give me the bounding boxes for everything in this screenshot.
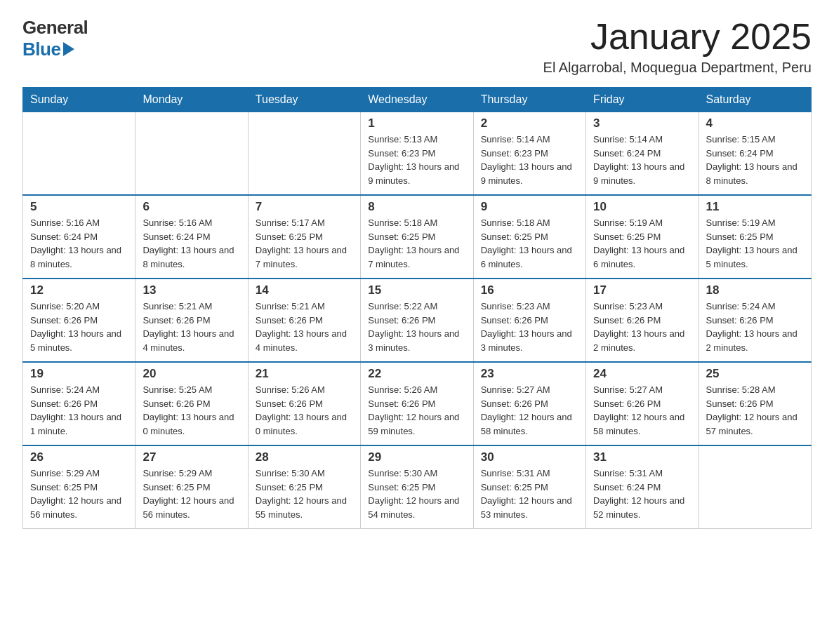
day-info: Sunrise: 5:31 AM Sunset: 6:24 PM Dayligh…: [593, 467, 691, 521]
table-row: 2Sunrise: 5:14 AM Sunset: 6:23 PM Daylig…: [473, 112, 585, 196]
day-number: 19: [30, 367, 128, 381]
calendar-week-row: 5Sunrise: 5:16 AM Sunset: 6:24 PM Daylig…: [23, 195, 812, 279]
day-info: Sunrise: 5:16 AM Sunset: 6:24 PM Dayligh…: [143, 216, 240, 271]
table-row: 3Sunrise: 5:14 AM Sunset: 6:24 PM Daylig…: [586, 112, 699, 196]
table-row: 14Sunrise: 5:21 AM Sunset: 6:26 PM Dayli…: [248, 279, 360, 362]
table-row: 22Sunrise: 5:26 AM Sunset: 6:26 PM Dayli…: [361, 362, 473, 445]
col-tuesday: Tuesday: [248, 88, 360, 112]
col-saturday: Saturday: [699, 88, 811, 112]
day-info: Sunrise: 5:28 AM Sunset: 6:26 PM Dayligh…: [706, 383, 804, 438]
day-info: Sunrise: 5:24 AM Sunset: 6:26 PM Dayligh…: [706, 300, 804, 354]
col-friday: Friday: [586, 88, 699, 112]
day-number: 23: [481, 367, 578, 381]
table-row: 19Sunrise: 5:24 AM Sunset: 6:26 PM Dayli…: [23, 362, 135, 445]
table-row: [135, 112, 248, 196]
table-row: 1Sunrise: 5:13 AM Sunset: 6:23 PM Daylig…: [361, 112, 473, 196]
day-info: Sunrise: 5:18 AM Sunset: 6:25 PM Dayligh…: [368, 216, 465, 271]
calendar-week-row: 19Sunrise: 5:24 AM Sunset: 6:26 PM Dayli…: [23, 362, 812, 445]
day-info: Sunrise: 5:27 AM Sunset: 6:26 PM Dayligh…: [593, 383, 691, 438]
day-info: Sunrise: 5:14 AM Sunset: 6:23 PM Dayligh…: [481, 133, 578, 187]
table-row: [23, 112, 135, 196]
table-row: 21Sunrise: 5:26 AM Sunset: 6:26 PM Dayli…: [248, 362, 360, 445]
table-row: 17Sunrise: 5:23 AM Sunset: 6:26 PM Dayli…: [586, 279, 699, 362]
table-row: 9Sunrise: 5:18 AM Sunset: 6:25 PM Daylig…: [473, 195, 585, 279]
day-info: Sunrise: 5:27 AM Sunset: 6:26 PM Dayligh…: [481, 383, 578, 438]
location-title: El Algarrobal, Moquegua Department, Peru: [543, 60, 812, 76]
logo: General Blue: [22, 17, 88, 60]
col-wednesday: Wednesday: [361, 88, 473, 112]
day-number: 14: [256, 283, 353, 297]
table-row: 26Sunrise: 5:29 AM Sunset: 6:25 PM Dayli…: [23, 445, 135, 529]
day-number: 11: [706, 200, 804, 214]
table-row: 5Sunrise: 5:16 AM Sunset: 6:24 PM Daylig…: [23, 195, 135, 279]
logo-general-text: General: [22, 17, 88, 39]
table-row: 8Sunrise: 5:18 AM Sunset: 6:25 PM Daylig…: [361, 195, 473, 279]
day-info: Sunrise: 5:23 AM Sunset: 6:26 PM Dayligh…: [481, 300, 578, 354]
table-row: 13Sunrise: 5:21 AM Sunset: 6:26 PM Dayli…: [135, 279, 248, 362]
table-row: 18Sunrise: 5:24 AM Sunset: 6:26 PM Dayli…: [699, 279, 811, 362]
day-number: 24: [593, 367, 691, 381]
day-number: 20: [143, 367, 240, 381]
table-row: 25Sunrise: 5:28 AM Sunset: 6:26 PM Dayli…: [699, 362, 811, 445]
day-info: Sunrise: 5:17 AM Sunset: 6:25 PM Dayligh…: [256, 216, 353, 271]
day-number: 16: [481, 283, 578, 297]
day-info: Sunrise: 5:26 AM Sunset: 6:26 PM Dayligh…: [368, 383, 465, 438]
day-number: 15: [368, 283, 465, 297]
day-info: Sunrise: 5:15 AM Sunset: 6:24 PM Dayligh…: [706, 133, 804, 187]
day-info: Sunrise: 5:21 AM Sunset: 6:26 PM Dayligh…: [143, 300, 240, 354]
day-info: Sunrise: 5:26 AM Sunset: 6:26 PM Dayligh…: [256, 383, 353, 438]
day-info: Sunrise: 5:25 AM Sunset: 6:26 PM Dayligh…: [143, 383, 240, 438]
day-number: 31: [593, 450, 691, 464]
table-row: 23Sunrise: 5:27 AM Sunset: 6:26 PM Dayli…: [473, 362, 585, 445]
day-info: Sunrise: 5:16 AM Sunset: 6:24 PM Dayligh…: [30, 216, 128, 271]
day-info: Sunrise: 5:18 AM Sunset: 6:25 PM Dayligh…: [481, 216, 578, 271]
calendar-table: Sunday Monday Tuesday Wednesday Thursday…: [22, 87, 812, 529]
day-info: Sunrise: 5:31 AM Sunset: 6:25 PM Dayligh…: [481, 467, 578, 521]
day-number: 13: [143, 283, 240, 297]
table-row: 10Sunrise: 5:19 AM Sunset: 6:25 PM Dayli…: [586, 195, 699, 279]
calendar-header-row: Sunday Monday Tuesday Wednesday Thursday…: [23, 88, 812, 112]
calendar-week-row: 26Sunrise: 5:29 AM Sunset: 6:25 PM Dayli…: [23, 445, 812, 529]
day-number: 22: [368, 367, 465, 381]
day-info: Sunrise: 5:24 AM Sunset: 6:26 PM Dayligh…: [30, 383, 128, 438]
table-row: 11Sunrise: 5:19 AM Sunset: 6:25 PM Dayli…: [699, 195, 811, 279]
table-row: 6Sunrise: 5:16 AM Sunset: 6:24 PM Daylig…: [135, 195, 248, 279]
col-sunday: Sunday: [23, 88, 135, 112]
calendar-week-row: 12Sunrise: 5:20 AM Sunset: 6:26 PM Dayli…: [23, 279, 812, 362]
table-row: 7Sunrise: 5:17 AM Sunset: 6:25 PM Daylig…: [248, 195, 360, 279]
col-thursday: Thursday: [473, 88, 585, 112]
calendar-week-row: 1Sunrise: 5:13 AM Sunset: 6:23 PM Daylig…: [23, 112, 812, 196]
day-number: 4: [706, 116, 804, 130]
title-block: January 2025 El Algarrobal, Moquegua Dep…: [543, 17, 812, 76]
day-number: 1: [368, 116, 465, 130]
day-number: 12: [30, 283, 128, 297]
table-row: [248, 112, 360, 196]
day-number: 18: [706, 283, 804, 297]
table-row: 4Sunrise: 5:15 AM Sunset: 6:24 PM Daylig…: [699, 112, 811, 196]
day-info: Sunrise: 5:19 AM Sunset: 6:25 PM Dayligh…: [593, 216, 691, 271]
table-row: 31Sunrise: 5:31 AM Sunset: 6:24 PM Dayli…: [586, 445, 699, 529]
day-number: 26: [30, 450, 128, 464]
col-monday: Monday: [135, 88, 248, 112]
day-number: 8: [368, 200, 465, 214]
table-row: [699, 445, 811, 529]
day-number: 21: [256, 367, 353, 381]
day-number: 5: [30, 200, 128, 214]
table-row: 16Sunrise: 5:23 AM Sunset: 6:26 PM Dayli…: [473, 279, 585, 362]
day-number: 17: [593, 283, 691, 297]
day-info: Sunrise: 5:14 AM Sunset: 6:24 PM Dayligh…: [593, 133, 691, 187]
day-number: 25: [706, 367, 804, 381]
day-number: 30: [481, 450, 578, 464]
day-number: 9: [481, 200, 578, 214]
table-row: 20Sunrise: 5:25 AM Sunset: 6:26 PM Dayli…: [135, 362, 248, 445]
table-row: 30Sunrise: 5:31 AM Sunset: 6:25 PM Dayli…: [473, 445, 585, 529]
page-header: General Blue January 2025 El Algarrobal,…: [22, 17, 812, 76]
logo-blue-text: Blue: [22, 39, 60, 60]
table-row: 15Sunrise: 5:22 AM Sunset: 6:26 PM Dayli…: [361, 279, 473, 362]
day-number: 27: [143, 450, 240, 464]
day-number: 28: [256, 450, 353, 464]
day-info: Sunrise: 5:20 AM Sunset: 6:26 PM Dayligh…: [30, 300, 128, 354]
day-info: Sunrise: 5:19 AM Sunset: 6:25 PM Dayligh…: [706, 216, 804, 271]
day-number: 6: [143, 200, 240, 214]
day-number: 10: [593, 200, 691, 214]
